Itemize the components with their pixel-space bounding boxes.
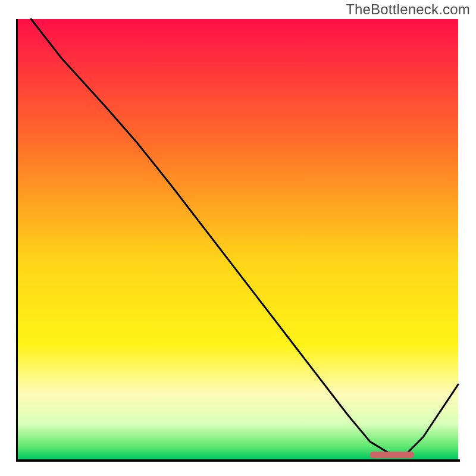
x-axis-line <box>16 459 460 462</box>
plot-svg <box>18 19 458 459</box>
gradient-background <box>18 19 458 459</box>
chart-root: TheBottleneck.com <box>0 0 476 476</box>
sweet-spot-marker <box>370 452 414 458</box>
watermark: TheBottleneck.com <box>346 1 470 18</box>
